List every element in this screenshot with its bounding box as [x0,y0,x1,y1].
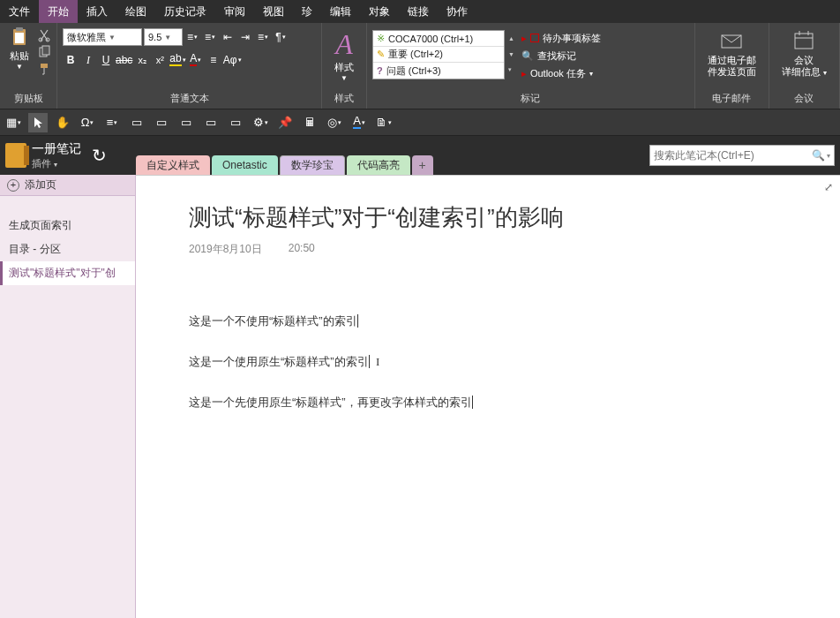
tb-hand-button[interactable]: ✋ [53,113,72,132]
search-icon[interactable]: 🔍 [812,149,825,162]
tb-doc-button[interactable]: 🗎▾ [374,113,394,132]
tb-gear-button[interactable]: ⚙▾ [251,113,270,132]
format-painter-icon[interactable] [37,62,51,76]
page-date[interactable]: 2019年8月10日 [189,242,262,257]
tb-grid-button[interactable]: ▦▾ [4,113,23,132]
page-canvas[interactable]: ⤢ 测试“标题样式”对于“创建索引”的影响 2019年8月10日 20:50 这… [136,175,840,618]
refresh-button[interactable]: ↻ [92,145,107,166]
tag-item-3[interactable]: ?问题 (Ctrl+3) [373,63,504,79]
tb-lines-button[interactable]: ≡▾ [102,113,122,132]
tb-box4-button[interactable]: ▭ [201,113,221,132]
tag-item-2[interactable]: ✎重要 (Ctrl+2) [373,47,504,63]
svg-rect-1 [16,27,23,31]
tab-custom-styles[interactable]: 自定义样式 [136,155,210,175]
menu-zhen[interactable]: 珍 [293,0,321,23]
menu-object[interactable]: 对象 [360,0,399,23]
expand-icon[interactable]: ⤢ [824,181,833,193]
menu-review[interactable]: 审阅 [215,0,254,23]
find-tags-button[interactable]: 🔍查找标记 [521,48,601,64]
page-item-2[interactable]: 测试"标题样式"对于"创 [0,261,135,285]
paste-dropdown[interactable]: ▼ [16,63,23,71]
font-size-select[interactable]: 9.5▼ [144,28,183,46]
flag-icon: ▸ [521,33,527,44]
tags-expand[interactable]: ▾ [508,62,514,78]
body-area: + 添加页 生成页面索引 目录 - 分区 测试"标题样式"对于"创 ⤢ 测试“标… [0,175,840,618]
menu-link[interactable]: 链接 [399,0,438,23]
superscript-button[interactable]: x² [152,51,168,69]
group-email: 通过电子邮件发送页面 电子邮件 [695,23,769,109]
menu-draw[interactable]: 绘图 [116,0,155,23]
tags-group-label: 标记 [372,90,689,107]
subscript-button[interactable]: x₂ [134,51,150,69]
search-box[interactable]: 🔍 ▾ [649,145,835,166]
tb-cursor-button[interactable] [28,113,48,132]
svg-rect-9 [795,34,813,49]
tb-box1-button[interactable]: ▭ [127,113,146,132]
styles-button[interactable]: A 样式 ▼ [327,25,361,86]
number-list-button[interactable]: ≡▾ [202,28,218,46]
page-time[interactable]: 20:50 [289,242,315,257]
tb-box5-button[interactable]: ▭ [226,113,245,132]
indent-button[interactable]: ⇥ [237,28,253,46]
outlook-tasks-button[interactable]: ▸Outlook 任务▾ [521,65,601,81]
clear-format-button[interactable]: Aφ▾ [223,51,242,69]
tab-math-treasure[interactable]: 数学珍宝 [280,155,345,175]
font-name-select[interactable]: 微软雅黑▼ [63,28,142,46]
paragraph-spacing-button[interactable]: ¶▾ [273,28,289,46]
strike-button[interactable]: abc [116,51,132,69]
underline-button[interactable]: U [98,51,114,69]
bold-button[interactable]: B [63,51,79,69]
outdent-button[interactable]: ⇤ [220,28,236,46]
tb-calc-button[interactable]: 🖩 [300,113,319,132]
search-input[interactable] [654,149,812,162]
tags-scroll-up[interactable]: ▲ [508,30,514,46]
menu-home[interactable]: 开始 [39,0,78,23]
tags-gallery[interactable]: ※COCA7000 (Ctrl+1) ✎重要 (Ctrl+2) ?问题 (Ctr… [372,30,505,79]
tags-scroll-down[interactable]: ▼ [508,46,514,62]
tag-item-1[interactable]: ※COCA7000 (Ctrl+1) [373,31,504,47]
page-item-0[interactable]: 生成页面索引 [0,214,135,237]
menu-history[interactable]: 历史记录 [155,0,215,23]
menu-view[interactable]: 视图 [254,0,293,23]
tb-fontcolor-button[interactable]: A▾ [349,113,369,132]
tab-code-highlight[interactable]: 代码高亮 [347,155,410,175]
cut-icon[interactable] [37,28,51,42]
tb-omega-button[interactable]: Ω▾ [78,113,97,132]
add-page-button[interactable]: + 添加页 [0,175,135,196]
paragraph-3[interactable]: 这是一个先使用原生“标题样式”，再更改字体样式的索引 [189,395,840,411]
menu-collab[interactable]: 协作 [438,0,476,23]
italic-button[interactable]: I [80,51,96,69]
notebook-icon[interactable] [5,143,26,168]
group-meeting: 会议详细信息 ▾ 会议 [769,23,840,109]
highlight-button[interactable]: ab▾ [169,51,185,69]
menu-insert[interactable]: 插入 [78,0,116,23]
todo-tag-button[interactable]: ▸待办事项标签 [521,30,601,46]
meeting-details-button[interactable]: 会议详细信息 ▾ [775,25,834,81]
email-page-button[interactable]: 通过电子邮件发送页面 [701,25,763,81]
tb-box3-button[interactable]: ▭ [176,113,196,132]
tb-pin-button[interactable]: 📌 [275,113,295,132]
paste-button[interactable]: 粘贴 ▼ [5,25,34,72]
tab-add[interactable]: + [412,155,433,175]
styles-group-label: 样式 [327,90,361,107]
font-color-button[interactable]: A▾ [188,51,204,69]
tab-onetastic[interactable]: Onetastic [212,155,278,175]
flag-icon: ▸ [521,68,527,79]
tb-box2-button[interactable]: ▭ [152,113,171,132]
copy-icon[interactable] [37,45,51,59]
svg-rect-7 [41,64,48,68]
align-button[interactable]: ≡▾ [255,28,271,46]
bullet-list-button[interactable]: ≡▾ [184,28,200,46]
align-left-button[interactable]: ≡ [206,51,221,69]
paragraph-1[interactable]: 这是一个不使用“标题样式”的索引 [189,313,840,329]
paragraph-2[interactable]: 这是一个使用原生“标题样式”的索引 I [189,354,840,370]
page-title[interactable]: 测试“标题样式”对于“创建索引”的影响 [189,202,840,233]
ribbon: 粘贴 ▼ 剪贴板 微软雅黑▼ 9.5▼ ≡▾ ≡▾ ⇤ ⇥ ≡▾ ¶▾ [0,23,840,109]
search-dropdown[interactable]: ▾ [827,152,830,160]
notebook-title: 一册笔记 [32,141,81,157]
page-item-1[interactable]: 目录 - 分区 [0,237,135,261]
svg-rect-6 [42,46,49,55]
menu-file[interactable]: 文件 [0,0,39,23]
tb-target-button[interactable]: ◎▾ [325,113,344,132]
menu-edit[interactable]: 编辑 [321,0,360,23]
